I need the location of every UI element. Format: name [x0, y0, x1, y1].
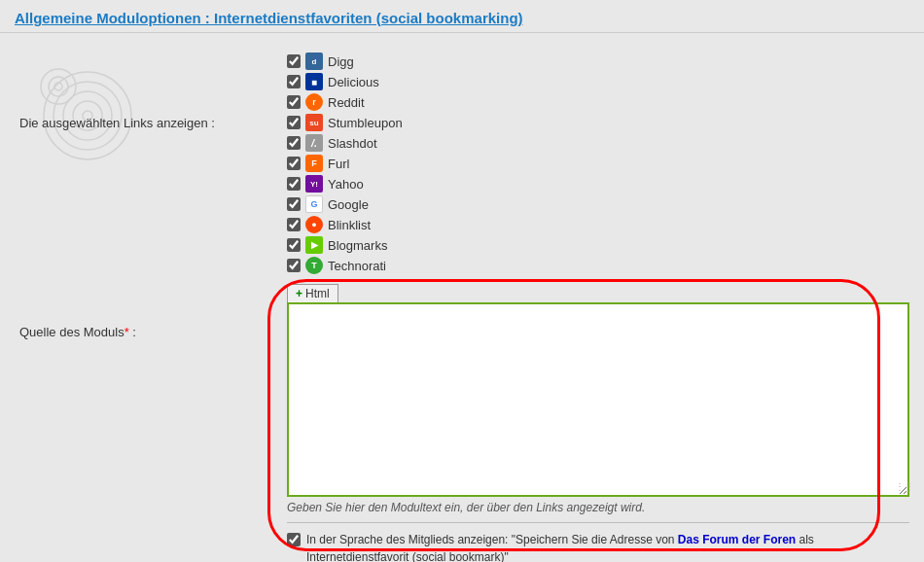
right-panel: dDigg■DeliciousrRedditsuStumbleupon/.Sla… [282, 48, 924, 562]
bookmark-item-yahoo: Y!Yahoo [287, 175, 909, 193]
label-blogmarks: Blogmarks [328, 238, 387, 253]
bookmark-item-digg: dDigg [287, 53, 909, 70]
bottom-text: In der Sprache des Mitglieds anzeigen: "… [306, 531, 909, 562]
label-blinklist: Blinklist [328, 218, 371, 232]
html-tab[interactable]: + Html [287, 284, 338, 302]
label-stumbleupon: Stumbleupon [328, 116, 403, 130]
label-furl: Furl [328, 157, 349, 171]
bottom-text-before: In der Sprache des Mitglieds anzeigen: "… [306, 533, 678, 546]
bottom-checkbox-row: In der Sprache des Mitglieds anzeigen: "… [287, 531, 909, 562]
icon-stumbleupon: su [305, 114, 323, 131]
icon-furl: F [305, 155, 323, 172]
icon-slashdot: /. [305, 134, 323, 152]
icon-delicious: ■ [305, 73, 323, 90]
checkbox-technorati[interactable] [287, 259, 301, 272]
page-header: Allgemeine Moduloptionen : Internetdiens… [0, 0, 924, 33]
bookmark-item-slashdot: /.Slashdot [287, 134, 909, 152]
checkbox-delicious[interactable] [287, 75, 301, 88]
svg-point-1 [49, 77, 68, 96]
label-digg: Digg [328, 54, 354, 69]
label-google: Google [328, 197, 369, 212]
page-wrapper: Allgemeine Moduloptionen : Internetdiens… [0, 0, 924, 562]
bookmark-item-blinklist: ●Blinklist [287, 216, 909, 233]
bookmark-item-reddit: rReddit [287, 93, 909, 111]
checkbox-blinklist[interactable] [287, 218, 301, 231]
helper-text: Geben Sie hier den Modultext ein, der üb… [287, 501, 909, 514]
module-text-editor[interactable] [287, 302, 909, 497]
icon-google: G [305, 195, 323, 213]
bookmark-item-technorati: TTechnorati [287, 257, 909, 274]
checkbox-yahoo[interactable] [287, 177, 301, 191]
html-tab-plus: + [296, 287, 302, 300]
html-editor-container: + Html ⋮⋮ [287, 284, 909, 497]
icon-reddit: r [305, 93, 323, 111]
checkbox-furl[interactable] [287, 157, 301, 170]
left-panel: Die ausgewählten Links anzeigen : Quelle… [0, 48, 282, 562]
checkbox-google[interactable] [287, 197, 301, 211]
page-title: Allgemeine Moduloptionen : Internetdiens… [15, 10, 523, 26]
bookmarks-list: dDigg■DeliciousrRedditsuStumbleupon/.Sla… [287, 53, 909, 274]
label-reddit: Reddit [328, 95, 365, 110]
label-slashdot: Slashdot [328, 136, 377, 151]
main-content: Die ausgewählten Links anzeigen : Quelle… [0, 33, 924, 562]
checkbox-blogmarks[interactable] [287, 238, 301, 252]
divider-line [287, 522, 909, 523]
label-yahoo: Yahoo [328, 177, 364, 192]
icon-digg: d [305, 53, 323, 70]
bookmark-item-stumbleupon: suStumbleupon [287, 114, 909, 131]
checkbox-digg[interactable] [287, 54, 301, 68]
checkbox-stumbleupon[interactable] [287, 116, 301, 129]
checkbox-slashdot[interactable] [287, 136, 301, 150]
watermark-spiral [29, 57, 146, 174]
label-technorati: Technorati [328, 259, 386, 273]
resize-handle: ⋮⋮ [895, 482, 906, 494]
source-label-text: Quelle des Moduls [19, 325, 124, 339]
field-label-source: Quelle des Moduls* : [19, 325, 263, 339]
icon-blogmarks: ▶ [305, 236, 323, 254]
label-delicious: Delicious [328, 75, 379, 89]
html-tab-label: Html [305, 287, 330, 300]
bookmark-item-furl: FFurl [287, 155, 909, 172]
bookmark-item-google: GGoogle [287, 195, 909, 213]
icon-blinklist: ● [305, 216, 323, 233]
das-forum-link[interactable]: Das Forum der Foren [678, 533, 796, 546]
checkbox-reddit[interactable] [287, 95, 301, 109]
icon-yahoo: Y! [305, 175, 323, 193]
bookmark-item-delicious: ■Delicious [287, 73, 909, 90]
icon-technorati: T [305, 257, 323, 274]
bookmark-item-blogmarks: ▶Blogmarks [287, 236, 909, 254]
language-checkbox[interactable] [287, 533, 301, 546]
